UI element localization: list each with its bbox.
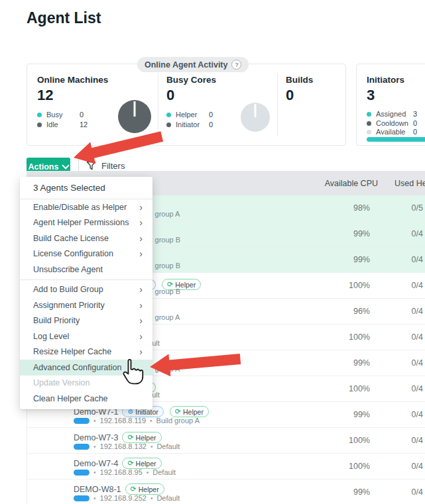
busy-cores-legend: Helper0Initiator0	[166, 110, 216, 130]
legend-item: Idle12	[37, 120, 108, 130]
menu-item-build-cache-license[interactable]: Build Cache License›	[20, 230, 152, 246]
legend-value: 0	[209, 110, 213, 120]
legend-label: Initiator	[176, 120, 209, 130]
separator-dot: •	[151, 495, 153, 502]
initiators-title: Initiators	[367, 75, 417, 85]
menu-item-unsubscribe-agent[interactable]: Unsubscribe Agent	[20, 262, 152, 277]
agent-name-line: Demo-W7-4⟳Helper	[74, 458, 162, 469]
used-helpers-value: 0/4	[372, 462, 423, 471]
legend-item: Initiator0	[166, 120, 216, 130]
menu-item-label: Add to Build Group	[33, 285, 103, 294]
legend-dot	[367, 121, 371, 126]
legend-value: 0	[413, 128, 417, 137]
initiators-card: Initiators 3 Assigned3Cooldown0Available…	[356, 64, 425, 146]
badge-label: Helper	[136, 460, 156, 468]
agent-ip: 192.168.8.95	[100, 468, 143, 476]
helper-icon: ⟳	[131, 485, 137, 493]
menu-item-advanced-configuration[interactable]: Advanced Configuration	[20, 360, 152, 376]
column-header-available-cpu[interactable]: Available CPU	[305, 179, 378, 188]
badge-label: Helper	[136, 434, 156, 442]
online-machines-title: Online Machines	[37, 75, 108, 85]
available-cpu-value: 100%	[297, 462, 370, 471]
legend-dot	[367, 112, 371, 117]
agent-row-demo-w7-3[interactable]: Demo-W7-3⟳Helper•192.168.8.132•Default10…	[27, 428, 425, 454]
legend-label: Busy	[46, 110, 80, 120]
busy-cores-value: 0	[166, 87, 216, 104]
helper-icon: ⟳	[175, 408, 181, 415]
submenu-chevron-icon: ›	[139, 234, 143, 243]
legend-dot	[166, 123, 171, 127]
menu-item-agent-helper-permissions[interactable]: Agent Helper Permissions›	[20, 215, 152, 231]
helper-badge: ⟳Helper	[122, 432, 161, 443]
available-cpu-value: 100%	[297, 384, 370, 393]
help-icon[interactable]: ?	[231, 60, 241, 70]
available-cpu-value: 99%	[297, 487, 370, 497]
agent-build-group: Build group A	[156, 417, 200, 425]
available-cpu-value: 100%	[297, 436, 370, 445]
separator-dot: •	[93, 443, 96, 450]
used-helpers-value: 0/4	[372, 358, 423, 368]
busy-cores-title: Busy Cores	[166, 75, 216, 85]
submenu-chevron-icon: ›	[139, 301, 143, 310]
agent-name: DEMO-W8-1	[74, 485, 121, 494]
separator-dot: •	[93, 469, 96, 476]
menu-item-resize-helper-cache[interactable]: Resize Helper Cache›	[20, 344, 152, 360]
menu-item-enable-disable-as-helper[interactable]: Enable/Disable as Helper›	[20, 199, 152, 215]
separator-dot: •	[151, 443, 153, 450]
agent-name: Demo-W7-3	[74, 433, 118, 442]
helper-badge: ⟳Helper	[170, 406, 209, 417]
agent-row-demo-w8-1[interactable]: DEMO-W8-1⟳Helper•192.168.9.252•Default99…	[27, 479, 425, 504]
used-helpers-value: 0/4	[372, 307, 423, 316]
submenu-chevron-icon: ›	[139, 203, 143, 212]
column-header-used-helpers[interactable]: Used Help	[395, 179, 425, 188]
busy-cores-section: Busy Cores 0 Helper0Initiator0	[166, 64, 216, 145]
agent-badges: ⟳Helper	[125, 483, 164, 495]
available-cpu-value: 98%	[297, 203, 370, 213]
initiators-progress-bar	[367, 137, 425, 142]
builds-section: Builds 0	[286, 64, 313, 145]
used-helpers-value: 0/4	[372, 332, 423, 342]
menu-divider	[20, 279, 152, 280]
menu-item-clean-helper-cache[interactable]: Clean Helper Cache	[20, 391, 152, 407]
online-machines-legend: Busy0Idle12	[37, 110, 108, 130]
menu-item-log-level[interactable]: Log Level›	[20, 328, 152, 344]
used-helpers-value: 0/5	[372, 203, 423, 213]
legend-item: Available0	[367, 128, 417, 137]
agent-badges: ⟳Helper	[122, 432, 161, 443]
agent-ip: 192.168.9.252	[100, 494, 147, 502]
agent-list-screen: Agent List Online Machines 12 Busy0Idle1…	[0, 0, 425, 504]
menu-item-label: Advanced Configuration	[33, 363, 121, 372]
agent-info-line: •192.168.9.252•Default	[74, 494, 180, 502]
agent-row-demo-w7-4[interactable]: Demo-W7-4⟳Helper•192.168.8.95•Default100…	[27, 454, 425, 479]
filters-button[interactable]: Filters	[86, 161, 125, 171]
menu-item-add-to-build-group[interactable]: Add to Build Group›	[20, 282, 152, 298]
separator-dot: •	[93, 495, 96, 502]
badge-label: Helper	[183, 408, 204, 416]
helper-icon: ⟳	[127, 434, 133, 441]
submenu-chevron-icon: ›	[139, 218, 143, 227]
menu-item-update-version: Update Version	[20, 376, 152, 391]
menu-item-label: Assignment Priority	[33, 301, 105, 310]
agent-ip: 192.168.8.119	[100, 417, 147, 425]
legend-dot	[367, 130, 371, 134]
windows-os-icon	[74, 418, 90, 424]
available-cpu-value: 99%	[297, 410, 370, 419]
legend-value: 0	[80, 110, 84, 120]
actions-button-label: Actions	[29, 162, 59, 172]
card-divider	[277, 74, 278, 136]
used-helpers-value: 0/4	[372, 487, 423, 497]
separator-dot: •	[93, 417, 96, 425]
legend-item: Assigned3	[367, 110, 417, 119]
builds-value: 0	[286, 87, 313, 104]
menu-item-license-configuration[interactable]: License Configuration›	[20, 246, 152, 262]
online-agent-activity-label: Online Agent Activity ?	[137, 57, 249, 72]
donut-notch	[134, 101, 136, 117]
online-machines-donut-chart	[118, 100, 151, 133]
helper-icon: ⟳	[127, 460, 133, 467]
menu-item-build-priority[interactable]: Build Priority›	[20, 313, 152, 329]
menu-item-assignment-priority[interactable]: Assignment Priority›	[20, 297, 152, 313]
initiators-value: 3	[367, 87, 417, 104]
legend-item: Helper0	[166, 110, 216, 120]
builds-title: Builds	[286, 75, 313, 85]
initiators-section: Initiators 3 Assigned3Cooldown0Available…	[367, 64, 417, 145]
